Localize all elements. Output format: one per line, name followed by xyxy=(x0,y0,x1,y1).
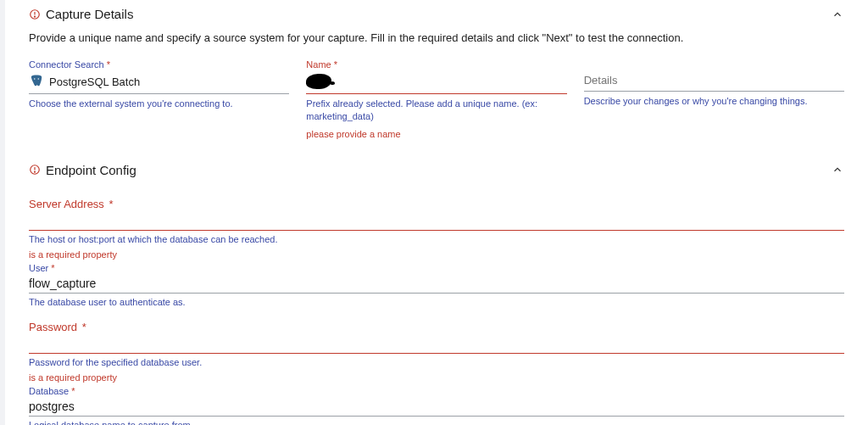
endpoint-config-header[interactable]: Endpoint Config xyxy=(29,163,844,177)
name-label: Name * xyxy=(306,59,566,70)
password-input-line[interactable] xyxy=(29,335,844,354)
user-label-text: User xyxy=(29,263,48,273)
connector-search-value: PostgreSQL Batch xyxy=(49,75,140,88)
database-label-text: Database xyxy=(29,386,69,396)
details-input[interactable] xyxy=(584,74,844,87)
redaction-mark xyxy=(306,74,331,89)
user-label: User * xyxy=(29,263,844,273)
alert-circle-icon xyxy=(29,8,41,20)
user-field: User * The database user to authenticate… xyxy=(29,263,844,307)
left-gutter xyxy=(0,0,5,425)
chevron-up-icon[interactable] xyxy=(831,8,844,21)
connector-search-label-text: Connector Search xyxy=(29,59,104,70)
password-label-text: Password xyxy=(29,321,77,333)
alert-circle-icon xyxy=(29,164,41,176)
password-label: Password * xyxy=(29,321,844,333)
svg-point-3 xyxy=(34,78,36,80)
svg-point-4 xyxy=(38,78,40,80)
connector-search-label: Connector Search * xyxy=(29,59,289,70)
password-field: Password * Password for the specified da… xyxy=(29,321,844,425)
connector-search-field: Connector Search * PostgreSQL Batch Choo… xyxy=(29,59,289,139)
database-field: Database * Logical database name to capt… xyxy=(29,386,844,425)
required-star: * xyxy=(104,59,110,70)
name-input[interactable] xyxy=(337,75,566,88)
required-star: * xyxy=(69,386,75,396)
details-helper: Describe your changes or why you're chan… xyxy=(584,95,844,108)
server-address-error: is a required property xyxy=(29,249,844,260)
form-content: Capture Details Provide a unique name an… xyxy=(0,0,868,425)
server-address-label-text: Server Address xyxy=(29,198,104,210)
connector-search-helper: Choose the external system you're connec… xyxy=(29,98,289,110)
database-input[interactable] xyxy=(29,398,844,416)
user-input[interactable] xyxy=(29,275,844,293)
server-address-label: Server Address * xyxy=(29,198,844,210)
user-input-line[interactable] xyxy=(29,275,844,294)
endpoint-config-title-wrap: Endpoint Config xyxy=(29,163,136,177)
name-helper: Prefix already selected. Please add a un… xyxy=(306,98,566,124)
password-input[interactable] xyxy=(29,335,844,353)
server-address-helper: The host or host:port at which the datab… xyxy=(29,234,844,244)
password-error: is a required property xyxy=(29,372,844,383)
required-star: * xyxy=(331,59,337,70)
connector-search-input-line[interactable]: PostgreSQL Batch xyxy=(29,71,289,94)
server-address-field: Server Address * The host or host:port a… xyxy=(29,198,844,307)
database-helper: Logical database name to capture from. xyxy=(29,420,844,425)
password-helper: Password for the specified database user… xyxy=(29,357,844,367)
capture-details-title-wrap: Capture Details xyxy=(29,7,133,21)
details-input-line[interactable] xyxy=(584,71,844,92)
name-input-line[interactable] xyxy=(306,71,566,94)
database-input-line[interactable] xyxy=(29,398,844,417)
server-address-input[interactable] xyxy=(29,212,844,230)
database-label: Database * xyxy=(29,386,844,396)
name-error: please provide a name xyxy=(306,129,566,139)
svg-point-7 xyxy=(35,171,36,172)
details-field: x Describe your changes or why you're ch… xyxy=(584,59,844,139)
capture-details-header[interactable]: Capture Details xyxy=(29,7,844,21)
capture-intro-text: Provide a unique name and specify a sour… xyxy=(29,31,844,44)
endpoint-config-title: Endpoint Config xyxy=(46,163,136,177)
required-star: * xyxy=(106,198,114,210)
svg-point-2 xyxy=(35,16,36,17)
postgres-icon xyxy=(29,74,44,89)
required-star: * xyxy=(48,263,54,273)
name-label-text: Name xyxy=(306,59,331,70)
endpoint-config-section: Endpoint Config Server Address * The hos… xyxy=(29,163,844,425)
capture-details-title: Capture Details xyxy=(46,7,133,21)
server-address-input-line[interactable] xyxy=(29,212,844,231)
capture-fields-row: Connector Search * PostgreSQL Batch Choo… xyxy=(29,59,844,139)
name-field: Name * Prefix already selected. Please a… xyxy=(306,59,566,139)
required-star: * xyxy=(79,321,86,333)
chevron-up-icon[interactable] xyxy=(831,163,844,176)
user-helper: The database user to authenticate as. xyxy=(29,297,844,307)
